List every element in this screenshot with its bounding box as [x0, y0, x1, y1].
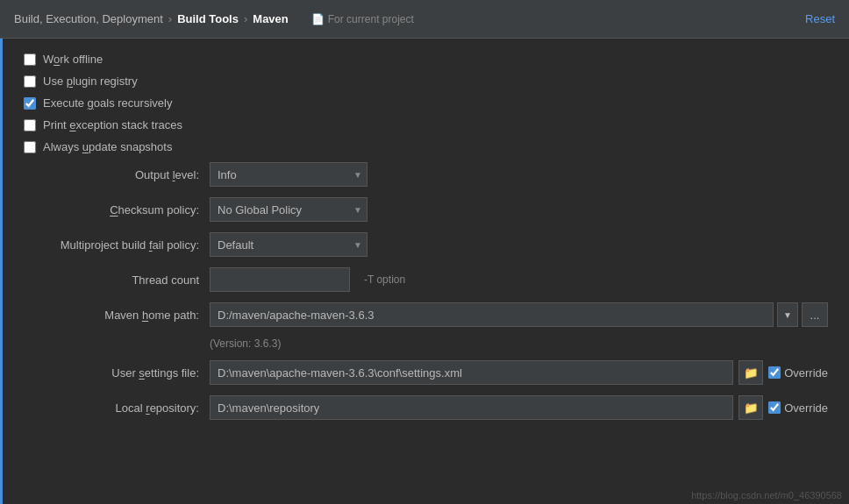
- multiproject-policy-select[interactable]: Default At End Never Always: [210, 232, 367, 257]
- reset-button[interactable]: Reset: [805, 12, 835, 25]
- use-plugin-checkbox[interactable]: [24, 75, 36, 88]
- checksum-policy-label: Checksum policy:: [24, 203, 199, 217]
- user-settings-row: User settings file: 📁 Override: [24, 360, 828, 385]
- output-level-select[interactable]: Info Debug Quiet: [210, 162, 367, 187]
- t-option-label: -T option: [364, 273, 405, 286]
- local-repository-override-label[interactable]: Override: [784, 401, 828, 415]
- print-exception-label[interactable]: Print exception stack traces: [43, 118, 182, 131]
- multiproject-policy-label: Multiproject build fail policy:: [24, 238, 199, 252]
- use-plugin-label[interactable]: Use plugin registry: [43, 75, 138, 88]
- breadcrumb-project: 📄 For current project: [311, 13, 414, 25]
- content-area: Work offline Use plugin registry Execute…: [0, 39, 849, 504]
- maven-home-dropdown-button[interactable]: ▼: [777, 302, 798, 327]
- breadcrumb-part3: Maven: [253, 12, 288, 25]
- checkbox-row-use-plugin: Use plugin registry: [24, 75, 828, 88]
- output-level-row: Output level: Info Debug Quiet ▼: [24, 162, 828, 187]
- main-container: Work offline Use plugin registry Execute…: [0, 39, 849, 504]
- version-row: (Version: 3.6.3): [24, 337, 828, 350]
- always-update-checkbox[interactable]: [24, 141, 36, 153]
- breadcrumb-part2: Build Tools: [177, 12, 239, 25]
- maven-home-path-row: ▼ ...: [210, 302, 828, 327]
- breadcrumb-part1: Build, Execution, Deployment: [14, 12, 163, 25]
- project-label: For current project: [328, 13, 414, 25]
- watermark: https://blog.csdn.net/m0_46390568: [691, 490, 842, 500]
- version-text: (Version: 3.6.3): [210, 337, 281, 350]
- user-settings-override-checkbox[interactable]: [768, 366, 781, 379]
- thread-count-input[interactable]: [210, 267, 350, 292]
- output-level-label: Output level:: [24, 168, 199, 181]
- maven-home-row: Maven home path: ▼ ...: [24, 302, 828, 327]
- user-settings-browse-button[interactable]: 📁: [738, 360, 763, 385]
- thread-count-label: Thread count: [24, 273, 199, 287]
- multiproject-policy-select-wrapper: Default At End Never Always ▼: [210, 232, 367, 257]
- checksum-policy-row: Checksum policy: No Global Policy Strict…: [24, 197, 828, 222]
- checksum-policy-select[interactable]: No Global Policy Strict Lenient Ignore: [210, 197, 367, 222]
- checkbox-row-execute-goals: Execute goals recursively: [24, 96, 828, 110]
- work-offline-label[interactable]: Work offline: [43, 53, 103, 66]
- checksum-policy-select-wrapper: No Global Policy Strict Lenient Ignore ▼: [210, 197, 367, 222]
- thread-count-row: Thread count -T option: [24, 267, 828, 292]
- checkbox-row-work-offline: Work offline: [24, 53, 828, 66]
- output-level-select-wrapper: Info Debug Quiet ▼: [210, 162, 367, 187]
- file-icon: 📄: [311, 13, 325, 25]
- user-settings-input[interactable]: [210, 360, 733, 385]
- maven-home-browse-button[interactable]: ...: [802, 302, 828, 327]
- local-repository-input[interactable]: [210, 395, 733, 420]
- breadcrumb: Build, Execution, Deployment › Build Too…: [14, 12, 414, 25]
- multiproject-policy-row: Multiproject build fail policy: Default …: [24, 232, 828, 257]
- always-update-label[interactable]: Always update snapshots: [43, 140, 172, 153]
- checkbox-row-always-update: Always update snapshots: [24, 140, 828, 153]
- user-settings-override-wrapper: Override: [768, 366, 828, 380]
- local-repository-row: Local repository: 📁 Override: [24, 395, 828, 420]
- user-settings-label: User settings file:: [24, 366, 199, 380]
- maven-home-input[interactable]: [210, 302, 774, 327]
- execute-goals-label[interactable]: Execute goals recursively: [43, 96, 172, 110]
- maven-home-label: Maven home path:: [24, 309, 199, 322]
- execute-goals-checkbox[interactable]: [24, 97, 36, 110]
- local-repository-fields: 📁 Override: [210, 395, 828, 420]
- local-repository-browse-button[interactable]: 📁: [738, 395, 763, 420]
- checkbox-row-print-exception: Print exception stack traces: [24, 118, 828, 131]
- work-offline-checkbox[interactable]: [24, 53, 36, 66]
- breadcrumb-sep1: ›: [168, 12, 172, 25]
- folder-icon: 📁: [744, 366, 759, 380]
- breadcrumb-sep2: ›: [244, 12, 247, 25]
- folder-icon-2: 📁: [744, 401, 759, 415]
- local-repository-override-wrapper: Override: [768, 401, 828, 415]
- local-repository-override-checkbox[interactable]: [768, 401, 781, 414]
- user-settings-fields: 📁 Override: [210, 360, 828, 385]
- user-settings-override-label[interactable]: Override: [784, 366, 828, 380]
- local-repository-label: Local repository:: [24, 401, 199, 415]
- header: Build, Execution, Deployment › Build Too…: [0, 0, 849, 39]
- print-exception-checkbox[interactable]: [24, 119, 36, 131]
